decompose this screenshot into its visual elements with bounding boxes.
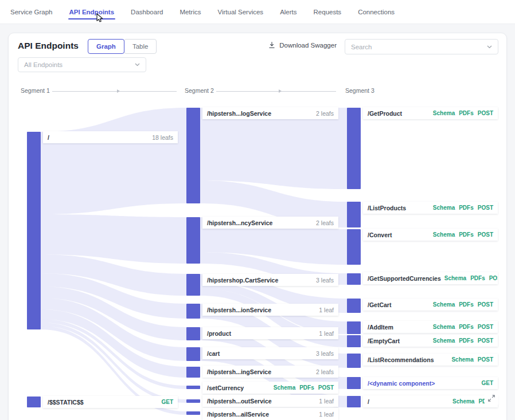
endpoint-row-meta: 3 leafs — [316, 350, 334, 357]
endpoint-label: /hipstershop.CartService — [207, 277, 278, 284]
sankey-node-bar[interactable] — [347, 299, 361, 313]
expand-graph-button[interactable] — [485, 392, 498, 405]
sankey-node-bar[interactable] — [186, 274, 200, 296]
endpoint-link-post[interactable]: POST — [478, 337, 493, 344]
page: Service GraphAPI EndpointsDashboardMetri… — [0, 0, 515, 420]
nav-item-api-endpoints[interactable]: API Endpoints — [69, 9, 115, 15]
endpoint-row[interactable]: /cart3 leafs — [202, 347, 338, 359]
endpoint-row[interactable]: /18 leafs — [43, 131, 178, 143]
table-view-button[interactable]: Table — [124, 39, 157, 54]
endpoint-row[interactable]: /hipstersh...outService1 leaf — [202, 395, 338, 407]
endpoint-row[interactable]: /hipstersh...ionService1 leaf — [202, 304, 338, 316]
leaf-count: 1 leaf — [319, 398, 334, 405]
endpoint-link-post[interactable]: POST — [478, 110, 493, 116]
sankey-node-bar[interactable] — [347, 202, 361, 227]
endpoint-row[interactable]: /ConvertSchemaPDFsPOST — [363, 229, 498, 241]
endpoint-link-schema[interactable]: Schema — [433, 301, 455, 308]
search-input[interactable]: Search — [345, 39, 498, 54]
sankey-node-bar[interactable] — [186, 367, 200, 378]
leaf-count: 2 leafs — [316, 368, 334, 375]
endpoint-link-post[interactable]: POST — [478, 324, 493, 330]
nav-item-service-graph[interactable]: Service Graph — [10, 9, 53, 15]
endpoint-row[interactable]: /ListRecommendationsSchemaPOST — [363, 354, 498, 366]
endpoint-link-pdfs[interactable]: PDFs — [459, 205, 474, 211]
endpoint-link-schema[interactable]: Schema — [433, 337, 455, 344]
endpoint-row[interactable]: /GetSupportedCurrenciesSchemaPDFsPOST — [363, 272, 498, 284]
endpoint-row[interactable]: /GetProductSchemaPDFsPOST — [363, 107, 498, 119]
sankey-node-bar[interactable] — [186, 399, 200, 403]
sankey-node-bar[interactable] — [347, 108, 361, 189]
sankey-node-bar[interactable] — [347, 377, 361, 389]
endpoint-link-schema[interactable]: Schema — [452, 398, 474, 405]
sankey-node-bar[interactable] — [186, 411, 200, 415]
sankey-node-bar[interactable] — [186, 327, 200, 340]
endpoint-link-post[interactable]: POST — [478, 356, 493, 363]
endpoint-label: /hipstersh...ncyService — [207, 219, 272, 226]
nav-item-connections[interactable]: Connections — [358, 9, 395, 15]
endpoint-link-pdfs[interactable]: PDFs — [459, 337, 474, 344]
endpoint-link-post[interactable]: POST — [478, 205, 493, 211]
endpoint-row[interactable]: /ListProductsSchemaPDFsPOST — [363, 202, 498, 214]
nav-item-dashboard[interactable]: Dashboard — [131, 9, 163, 15]
sankey-node-bar[interactable] — [186, 304, 200, 319]
endpoint-link-schema[interactable]: Schema — [444, 275, 466, 281]
sankey-node-bar[interactable] — [347, 396, 361, 407]
sankey-node-bar[interactable] — [27, 132, 41, 329]
endpoint-link-pdfs[interactable]: PDFs — [299, 384, 314, 391]
endpoint-row[interactable]: /hipstersh...ingService2 leafs — [202, 366, 338, 378]
nav-item-virtual-services[interactable]: Virtual Services — [217, 9, 263, 15]
endpoint-link-pdfs[interactable]: PDFs — [470, 275, 485, 281]
sankey-node-bar[interactable] — [347, 273, 361, 285]
endpoint-row[interactable]: /hipstersh...ncyService2 leafs — [202, 217, 338, 229]
sankey-node-bar[interactable] — [186, 386, 200, 389]
sankey-node-bar[interactable] — [347, 229, 361, 265]
sankey-node-bar[interactable] — [347, 354, 361, 368]
endpoint-link-schema[interactable]: Schema — [433, 324, 455, 330]
graph-view-button[interactable]: Graph — [88, 39, 124, 54]
endpoint-row[interactable]: /hipstersh...logService2 leafs — [202, 107, 338, 119]
nav-item-metrics[interactable]: Metrics — [180, 9, 201, 15]
download-swagger-button[interactable]: Download Swagger — [268, 41, 337, 49]
endpoint-label: /ListRecommendations — [368, 356, 434, 363]
endpoint-row[interactable]: /hipstersh...ailService1 leaf — [202, 408, 338, 420]
sankey-node-bar[interactable] — [186, 347, 200, 361]
page-title: API Endpoints — [18, 41, 79, 51]
nav-item-requests[interactable]: Requests — [314, 9, 342, 15]
endpoints-filter-select[interactable]: All Endpoints — [18, 57, 146, 72]
endpoint-row[interactable]: /$$STATIC$$GET — [43, 396, 178, 408]
endpoint-row[interactable]: /setCurrencySchemaPDFsPOST — [202, 382, 338, 394]
endpoint-label: / — [48, 134, 49, 141]
endpoint-link-post[interactable]: POST — [489, 275, 498, 281]
endpoint-link-get[interactable]: GET — [481, 380, 493, 386]
endpoint-row-meta: GET — [161, 399, 173, 405]
endpoint-row-meta: 2 leafs — [316, 110, 334, 117]
endpoint-link-schema[interactable]: Schema — [451, 356, 473, 363]
endpoint-link-pdfs[interactable]: PDFs — [459, 110, 474, 116]
endpoint-link-schema[interactable]: Schema — [274, 384, 295, 391]
endpoint-row[interactable]: /hipstershop.CartService3 leafs — [202, 274, 338, 286]
endpoint-link-pdfs[interactable]: PDFs — [459, 301, 474, 308]
endpoint-row[interactable]: /AddItemSchemaPDFsPOST — [363, 321, 498, 333]
nav-item-alerts[interactable]: Alerts — [280, 9, 296, 15]
endpoint-row[interactable]: /product1 leaf — [202, 327, 338, 339]
endpoint-link-get[interactable]: GET — [161, 399, 173, 405]
endpoint-row[interactable]: /GetCartSchemaPDFsPOST — [363, 299, 498, 311]
endpoint-link-pdfs[interactable]: PDFs — [459, 324, 474, 330]
endpoint-link-schema[interactable]: Schema — [433, 205, 455, 211]
endpoint-link-post[interactable]: POST — [478, 231, 493, 238]
sankey-node-bar[interactable] — [27, 397, 41, 407]
endpoint-link-schema[interactable]: Schema — [433, 110, 455, 116]
endpoint-link-pdfs[interactable]: PDFs — [459, 231, 474, 238]
sankey-node-bar[interactable] — [186, 108, 200, 203]
endpoint-link-post[interactable]: POST — [478, 301, 493, 308]
endpoint-row[interactable]: /SchemaPDFs — [363, 395, 498, 407]
sankey-node-bar[interactable] — [186, 217, 200, 264]
endpoint-row-meta: 1 leaf — [319, 398, 334, 405]
endpoint-link-post[interactable]: POST — [318, 384, 334, 391]
sankey-node-bar[interactable] — [347, 321, 361, 334]
sankey-node-bar[interactable] — [347, 335, 361, 347]
endpoint-link-schema[interactable]: Schema — [433, 231, 455, 238]
endpoint-row-meta: 1 leaf — [319, 307, 334, 313]
endpoint-row[interactable]: /<dynamic component>GET — [363, 377, 498, 389]
endpoint-row[interactable]: /EmptyCartSchemaPDFsPOST — [363, 335, 498, 347]
